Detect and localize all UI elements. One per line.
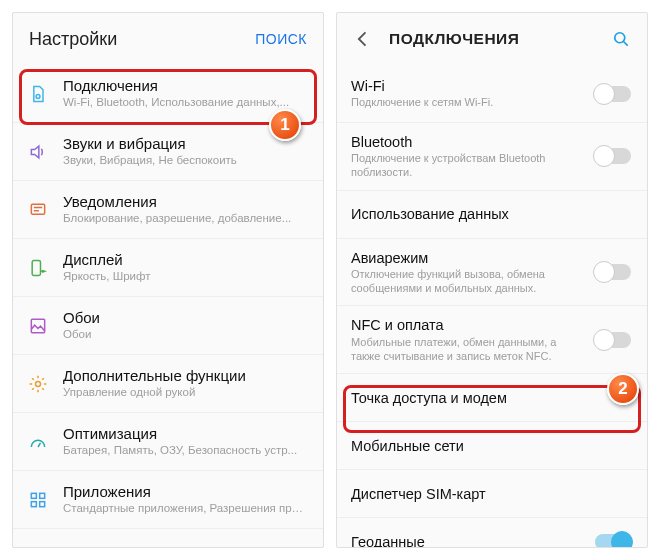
settings-screen: Настройки ПОИСК Подключения Wi-Fi, Bluet… (12, 12, 324, 548)
svg-point-0 (36, 94, 40, 98)
list-item-advanced[interactable]: Дополнительные функции Управление одной … (13, 355, 323, 413)
list-item-nfc[interactable]: NFC и оплата Мобильные платежи, обмен да… (337, 306, 647, 374)
gear-icon (27, 373, 49, 395)
bluetooth-toggle[interactable] (595, 148, 631, 164)
wallpaper-icon (27, 315, 49, 337)
item-title: NFC и оплата (351, 316, 581, 334)
item-title: Дисплей (63, 251, 307, 270)
svg-rect-8 (40, 501, 45, 506)
list-item-location[interactable]: Геоданные (337, 518, 647, 547)
item-title: Геоданные (351, 533, 581, 547)
item-title: Обои (63, 309, 307, 328)
list-item-data-usage[interactable]: Использование данных (337, 191, 647, 239)
page-title: Настройки (29, 29, 117, 50)
list-item-bluetooth[interactable]: Bluetooth Подключение к устройствам Blue… (337, 123, 647, 191)
item-subtitle: Мобильные платежи, обмен данными, а такж… (351, 335, 581, 364)
display-icon (27, 257, 49, 279)
item-subtitle: Яркость, Шрифт (63, 269, 307, 284)
item-title: Использование данных (351, 205, 631, 223)
list-item-optimization[interactable]: Оптимизация Батарея, Память, ОЗУ, Безопа… (13, 413, 323, 471)
item-subtitle: Звуки, Вибрация, Не беспокоить (63, 153, 307, 168)
location-toggle[interactable] (595, 534, 631, 547)
grid-icon (27, 489, 49, 511)
item-subtitle: Подключение к сетям Wi-Fi. (351, 95, 581, 109)
nfc-toggle[interactable] (595, 332, 631, 348)
item-subtitle: Блокирование, разрешение, добавление... (63, 211, 307, 226)
item-title: Диспетчер SIM-карт (351, 485, 631, 503)
item-title: Уведомления (63, 193, 307, 212)
item-subtitle: Wi-Fi, Bluetooth, Использование данных,.… (63, 95, 307, 110)
item-title: Мобильные сети (351, 437, 631, 455)
item-title: Подключения (63, 77, 307, 96)
item-subtitle: Батарея, Память, ОЗУ, Безопасность устр.… (63, 443, 307, 458)
item-title: Bluetooth (351, 133, 581, 151)
page-title: ПОДКЛЮЧЕНИЯ (389, 30, 519, 48)
item-title: Авиарежим (351, 249, 581, 267)
list-item-display[interactable]: Дисплей Яркость, Шрифт (13, 239, 323, 297)
notification-icon (27, 199, 49, 221)
connections-header: ПОДКЛЮЧЕНИЯ (337, 13, 647, 65)
list-item-sim-manager[interactable]: Диспетчер SIM-карт (337, 470, 647, 518)
list-item-mobile-networks[interactable]: Мобильные сети (337, 422, 647, 470)
wifi-toggle[interactable] (595, 86, 631, 102)
lock-icon (27, 547, 49, 548)
airplane-toggle[interactable] (595, 264, 631, 280)
connections-list: Wi-Fi Подключение к сетям Wi-Fi. Bluetoo… (337, 65, 647, 547)
svg-rect-6 (40, 493, 45, 498)
svg-rect-5 (31, 493, 36, 498)
list-item-notifications[interactable]: Уведомления Блокирование, разрешение, до… (13, 181, 323, 239)
search-button[interactable] (611, 29, 631, 49)
list-item-lockscreen[interactable]: Экран блокировки и защита (13, 529, 323, 547)
item-subtitle: Управление одной рукой (63, 385, 307, 400)
list-item-hotspot[interactable]: Точка доступа и модем (337, 374, 647, 422)
item-subtitle: Отключение функций вызова, обмена сообще… (351, 267, 581, 296)
settings-header: Настройки ПОИСК (13, 13, 323, 65)
list-item-apps[interactable]: Приложения Стандартные приложения, Разре… (13, 471, 323, 529)
item-title: Звуки и вибрация (63, 135, 307, 154)
item-title: Wi-Fi (351, 77, 581, 95)
step-marker-2: 2 (607, 373, 639, 405)
item-subtitle: Подключение к устройствам Bluetooth побл… (351, 151, 581, 180)
svg-point-10 (615, 33, 625, 43)
item-subtitle: Стандартные приложения, Разрешения при..… (63, 501, 307, 516)
sim-icon (27, 83, 49, 105)
item-title: Точка доступа и модем (351, 389, 631, 407)
connections-screen: ПОДКЛЮЧЕНИЯ Wi-Fi Подключение к сетям Wi… (336, 12, 648, 548)
item-subtitle: Обои (63, 327, 307, 342)
step-marker-1: 1 (269, 109, 301, 141)
list-item-airplane[interactable]: Авиарежим Отключение функций вызова, обм… (337, 239, 647, 307)
svg-rect-7 (31, 501, 36, 506)
list-item-wallpaper[interactable]: Обои Обои (13, 297, 323, 355)
item-title: Оптимизация (63, 425, 307, 444)
item-title: Дополнительные функции (63, 367, 307, 386)
speedometer-icon (27, 431, 49, 453)
svg-point-4 (36, 381, 41, 386)
speaker-icon (27, 141, 49, 163)
svg-rect-2 (32, 260, 40, 275)
item-title: Приложения (63, 483, 307, 502)
back-button[interactable] (353, 29, 373, 49)
search-button[interactable]: ПОИСК (255, 31, 307, 47)
svg-rect-1 (31, 204, 44, 214)
list-item-wifi[interactable]: Wi-Fi Подключение к сетям Wi-Fi. (337, 65, 647, 123)
